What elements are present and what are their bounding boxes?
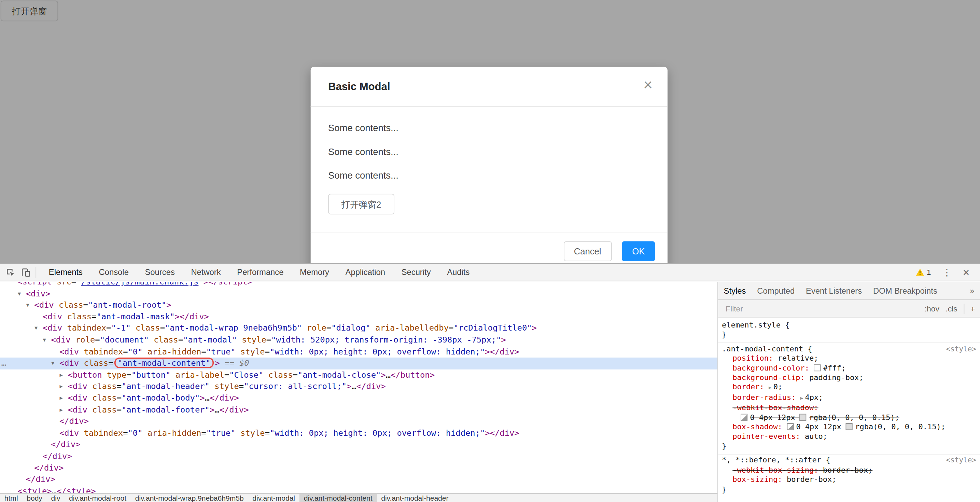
expand-arrow-icon[interactable]: ▸ [60,369,67,381]
breadcrumb-item[interactable]: body [22,494,46,502]
expand-arrow-icon[interactable]: ▸ [60,381,67,392]
expand-arrow-icon[interactable]: ▸ [60,404,67,416]
sidebar-tab-styles[interactable]: Styles [718,286,752,295]
dom-tree-row[interactable]: <div tabindex="0" aria-hidden="true" sty… [0,427,718,439]
dom-tree-row[interactable]: ▸<div class="ant-modal-footer">…</div> [0,404,718,416]
cancel-button[interactable]: Cancel [563,241,612,261]
element-classes-toggle[interactable]: .cls [945,304,957,313]
css-selector[interactable]: .ant-modal-content { [722,344,812,353]
code-token: > [215,358,220,367]
collapse-arrow-icon[interactable]: ▾ [35,323,42,334]
devtools-toolbar: ElementsConsoleSourcesNetworkPerformance… [0,264,980,281]
css-property[interactable]: pointer-events: auto; [722,432,980,442]
css-property-text: background-clip: padding-box; [732,373,864,382]
devtools-tab-memory[interactable]: Memory [292,264,337,280]
css-selector[interactable]: *, *::before, *::after { [722,456,830,465]
dom-tree-row[interactable]: <script src="/static/js/main.chunk.js"><… [0,282,718,288]
pseudo-state-toggle[interactable]: :hov [925,304,939,313]
dom-tree-row[interactable]: ▾<div role="document" class="ant-modal" … [0,334,718,346]
ok-button[interactable]: OK [622,241,655,261]
stylesheet-link[interactable]: <style> [946,344,976,354]
code-token: "rcDialogTitle0" [453,324,532,333]
collapse-arrow-icon[interactable]: ▾ [26,300,34,311]
code-token: = [266,335,271,344]
breadcrumb-item[interactable]: div [47,494,65,502]
expand-arrow-icon[interactable]: ▸ [800,395,803,401]
code-token: "width: 0px; height: 0px; overflow: hidd… [270,428,485,437]
sidebar-tab-event-listeners[interactable]: Event Listeners [800,286,868,295]
sidebar-tab-dom-breakpoints[interactable]: DOM Breakpoints [868,286,943,295]
css-property[interactable]: background-clip: padding-box; [722,373,980,383]
dom-tree-row[interactable]: ▾<div class="ant-modal-root"> [0,300,718,311]
sidebar-tab-computed[interactable]: Computed [752,286,800,295]
css-property[interactable]: -webkit-box-sizing: border-box; [722,465,980,475]
gray-color-swatch-icon[interactable] [846,423,853,430]
tabs-overflow-icon[interactable]: » [964,286,980,295]
open-modal-2-button[interactable]: 打开弹窗2 [328,194,395,214]
dom-tree-row[interactable]: </div> [0,474,718,486]
dom-tree-row[interactable]: …▾<div class="ant-modal-content"> == $0 [0,357,718,369]
collapse-arrow-icon[interactable]: ▾ [18,288,25,300]
code-token: aria-labelledby [371,324,449,333]
dom-tree-row[interactable]: ▸<div class="ant-modal-header" style="cu… [0,381,718,392]
shadow-color-swatch-icon[interactable] [741,414,748,421]
devtools-toolbar-right: 1 ⋮ × [910,264,980,280]
dom-tree-row[interactable]: ▾<div tabindex="-1" class="ant-modal-wra… [0,323,718,334]
dom-tree-row[interactable]: </div> [0,439,718,451]
dom-tree-row[interactable]: </div> [0,416,718,427]
code-token: "ant-modal-mask" [96,312,175,321]
devtools-tab-network[interactable]: Network [183,264,229,280]
collapse-arrow-icon[interactable]: ▾ [43,334,51,346]
devtools-tab-security[interactable]: Security [393,264,439,280]
modal-body-text: Some contents... [328,145,650,158]
devtools-tab-audits[interactable]: Audits [439,264,478,280]
devtools-tab-sources[interactable]: Sources [137,264,183,280]
devtools-tab-elements[interactable]: Elements [41,264,91,280]
breadcrumb-item[interactable]: html [0,494,22,502]
dom-tree-row[interactable]: ▸<div class="ant-modal-body">…</div> [0,392,718,404]
css-property[interactable]: -webkit-box-shadow: [722,403,980,413]
dom-tree-row[interactable]: <div tabindex="0" aria-hidden="true" sty… [0,346,718,357]
dom-tree-row[interactable]: </div> [0,451,718,462]
white-color-swatch-icon[interactable] [814,364,821,371]
expand-arrow-icon[interactable]: ▸ [60,392,67,404]
devtools-menu-icon[interactable]: ⋮ [937,267,957,278]
breadcrumb-item[interactable]: div.ant-modal-header [377,494,453,502]
devtools-tab-console[interactable]: Console [91,264,137,280]
inspect-element-icon[interactable] [3,265,18,280]
breadcrumb-item[interactable]: div.ant-modal-content [299,494,377,502]
stylesheet-link[interactable]: <style> [946,456,976,465]
css-property[interactable]: background-color: #fff; [722,364,980,373]
code-token: "0" [128,347,142,356]
dom-tree-row[interactable]: <div class="ant-modal-mask"></div> [0,311,718,323]
dom-tree-row[interactable]: </div> [0,462,718,474]
devtools-close-icon[interactable]: × [957,264,975,280]
shadow-color-swatch-icon[interactable] [787,423,794,430]
css-property[interactable]: box-sizing: border-box; [722,475,980,484]
modal-header[interactable]: Basic Modal [311,67,668,107]
css-property[interactable]: border: ▸0; [722,383,980,393]
modal-close-icon[interactable]: × [641,76,655,92]
devtools-tab-performance[interactable]: Performance [229,264,292,280]
styles-filter-input[interactable] [725,304,845,313]
css-property[interactable]: position: relative; [722,354,980,363]
css-selector[interactable]: element.style { [722,321,789,330]
console-warning-indicator[interactable]: 1 [910,268,937,277]
new-style-rule-button[interactable]: + [970,304,975,313]
open-modal-button[interactable]: 打开弹窗 [1,1,58,21]
css-property[interactable]: 0 4px 12px rgba(0, 0, 0, 0.15); [722,413,980,422]
dom-tree-row[interactable]: ▾<div> [0,288,718,300]
css-property-value: rgba(0, 0, 0, 0.15); [809,413,899,422]
css-property[interactable]: border-radius: ▸4px; [722,393,980,403]
devtools-tab-application[interactable]: Application [337,264,393,280]
breadcrumb-item[interactable]: div.ant-modal-root [65,494,131,502]
collapse-arrow-icon[interactable]: ▾ [51,357,59,369]
device-toolbar-icon[interactable] [18,265,33,280]
gray-color-swatch-icon[interactable] [800,414,807,421]
expand-arrow-icon[interactable]: ▸ [768,384,772,390]
breadcrumb-item[interactable]: div.ant-modal [248,494,299,502]
dom-tree-row[interactable]: ▸<button type="button" aria-label="Close… [0,369,718,381]
code-token: ></div> [485,347,519,356]
css-property[interactable]: box-shadow: 0 4px 12px rgba(0, 0, 0, 0.1… [722,422,980,432]
breadcrumb-item[interactable]: div.ant-modal-wrap.9neba6h9m5b [131,494,248,502]
